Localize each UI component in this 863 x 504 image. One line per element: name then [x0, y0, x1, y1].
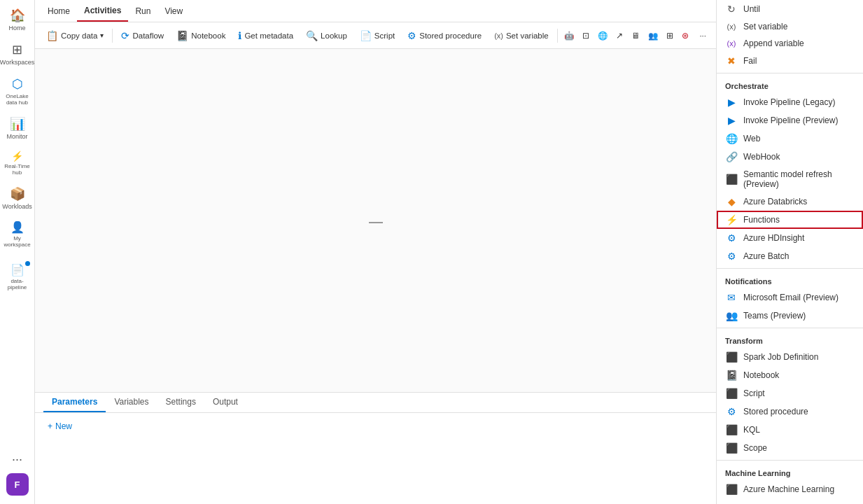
toolbar-icon-1[interactable]: 🤖: [561, 28, 577, 43]
toolbar-icon-2[interactable]: ⊡: [579, 28, 593, 43]
lookup-icon: 🔍: [306, 30, 318, 41]
azure-ml-icon: ⬛: [725, 484, 738, 495]
stored-proc-rp-icon: ⚙: [725, 406, 738, 417]
append-var-icon: (x): [725, 39, 738, 48]
rp-script[interactable]: ⬛ Script: [717, 384, 863, 402]
workspaces-icon: ⊞: [12, 42, 22, 57]
rp-section-notifications: Notifications: [717, 272, 863, 288]
more-icon: ···: [699, 31, 706, 40]
monitor2-icon: 🖥: [631, 31, 640, 40]
rp-kql[interactable]: ⬛ KQL: [717, 421, 863, 439]
get-metadata-icon: ℹ: [238, 30, 241, 41]
rp-azure-batch-label: Azure Batch: [743, 251, 789, 261]
pipeline-canvas[interactable]: [35, 49, 716, 392]
rp-scope-label: Scope: [743, 443, 767, 453]
rp-functions[interactable]: ⚡ Functions: [717, 211, 863, 229]
datapipeline-icon: 📄: [10, 263, 24, 276]
rp-webhook-label: WebHook: [743, 152, 780, 162]
rp-section-orchestrate: Orchestrate: [717, 76, 863, 93]
new-label: New: [55, 421, 72, 431]
stored-procedure-icon: ⚙: [407, 30, 416, 41]
dataflow-icon: ⟳: [121, 30, 129, 41]
toolbar-dataflow[interactable]: ⟳ Dataflow: [115, 27, 169, 44]
toolbar-more-button[interactable]: ···: [695, 29, 710, 43]
toolbar-script[interactable]: 📄 Script: [354, 27, 400, 44]
sidebar-more-button[interactable]: ···: [1, 449, 34, 470]
rp-notebook[interactable]: 📓 Notebook: [717, 366, 863, 384]
azure-batch-icon: ⚙: [725, 251, 738, 262]
sidebar-label-workloads: Workloads: [2, 203, 31, 211]
toolbar-icon-3[interactable]: 🌐: [594, 28, 611, 43]
rp-teams-label: Teams (Preview): [743, 311, 806, 321]
sidebar-label-realtime: Real-Timehub: [4, 163, 30, 176]
sidebar-item-workspaces[interactable]: ⊞ Workspaces: [1, 38, 34, 71]
nav-activities[interactable]: Activities: [77, 0, 128, 22]
web-icon: 🌐: [725, 133, 738, 144]
tab-parameters[interactable]: Parameters: [43, 393, 106, 412]
rp-invoke-pipeline-preview[interactable]: ▶ Invoke Pipeline (Preview): [717, 111, 863, 130]
teams-icon: 👥: [648, 31, 658, 41]
rp-azure-hdinsight-label: Azure HDInsight: [743, 233, 804, 243]
sidebar-item-monitor[interactable]: 📊 Monitor: [1, 112, 34, 145]
rp-azure-batch[interactable]: ⚙ Azure Batch: [717, 247, 863, 265]
toolbar-icon-8[interactable]: ⊛: [678, 28, 692, 43]
sidebar-item-datapipeline[interactable]: 📄 data-pipeline: [1, 259, 34, 295]
divider-line: [369, 222, 383, 223]
bottom-panel: Parameters Variables Settings Output + N…: [35, 392, 716, 504]
copy-data-icon: 📋: [46, 30, 58, 41]
rp-until[interactable]: ↻ Until: [717, 0, 863, 18]
rp-fail[interactable]: ✖ Fail: [717, 52, 863, 70]
tab-variables[interactable]: Variables: [106, 393, 157, 412]
toolbar-sep-1: [112, 29, 113, 43]
sidebar-item-realtime[interactable]: ⚡ Real-Timehub: [1, 146, 34, 181]
rp-azure-databricks[interactable]: ◆ Azure Databricks: [717, 192, 863, 211]
sidebar-item-myworkspace[interactable]: 👤 Myworkspace: [1, 216, 34, 253]
tab-output[interactable]: Output: [204, 393, 246, 412]
rp-append-variable[interactable]: (x) Append variable: [717, 35, 863, 52]
toolbar-notebook[interactable]: 📓 Notebook: [171, 27, 231, 44]
tab-settings[interactable]: Settings: [157, 393, 204, 412]
rp-webhook[interactable]: 🔗 WebHook: [717, 148, 863, 166]
rp-microsoft-email[interactable]: ✉ Microsoft Email (Preview): [717, 288, 863, 307]
rp-microsoft-email-label: Microsoft Email (Preview): [743, 293, 839, 302]
toolbar-get-metadata[interactable]: ℹ Get metadata: [232, 27, 299, 44]
toolbar-icon-5[interactable]: 🖥: [628, 29, 643, 43]
rp-semantic-model[interactable]: ⬛ Semantic model refresh (Preview): [717, 166, 863, 192]
toolbar-copy-data[interactable]: 📋 Copy data ▾: [41, 27, 109, 44]
sidebar-item-onelake[interactable]: ⬡ OneLakedata hub: [1, 72, 34, 111]
nav-home[interactable]: Home: [41, 0, 77, 22]
rp-script-label: Script: [743, 388, 765, 398]
fabric-badge[interactable]: F: [6, 473, 29, 496]
toolbar-icon-7[interactable]: ⊞: [663, 28, 677, 43]
rp-azure-hdinsight[interactable]: ⚙ Azure HDInsight: [717, 229, 863, 247]
rp-invoke-pipeline-legacy[interactable]: ▶ Invoke Pipeline (Legacy): [717, 93, 863, 111]
scope-icon: ⬛: [725, 442, 738, 454]
rp-scope[interactable]: ⬛ Scope: [717, 439, 863, 457]
sidebar-item-home[interactable]: 🏠 Home: [1, 4, 34, 36]
nav-run[interactable]: Run: [128, 0, 157, 22]
rp-fail-label: Fail: [743, 56, 757, 66]
rp-stored-procedure[interactable]: ⚙ Stored procedure: [717, 402, 863, 421]
toolbar-icon-4[interactable]: ↗: [612, 28, 626, 43]
rp-azure-ml[interactable]: ⬛ Azure Machine Learning: [717, 480, 863, 498]
workspace-area: Parameters Variables Settings Output + N…: [35, 49, 716, 504]
hdinsight-icon: ⚙: [725, 232, 738, 244]
webhook-icon: 🔗: [725, 151, 738, 162]
top-navigation: Home Activities Run View: [35, 0, 716, 22]
realtime-icon: ⚡: [11, 150, 23, 162]
rp-set-variable[interactable]: (x) Set variable: [717, 18, 863, 35]
toolbar-icon-6[interactable]: 👥: [645, 28, 661, 43]
nav-view[interactable]: View: [157, 0, 190, 22]
toolbar-set-variable[interactable]: (x) Set variable: [489, 29, 554, 43]
rp-teams[interactable]: 👥 Teams (Preview): [717, 307, 863, 325]
toolbar-stored-procedure[interactable]: ⚙ Stored procedure: [402, 27, 487, 44]
rp-web[interactable]: 🌐 Web: [717, 130, 863, 148]
notebook-label: Notebook: [191, 31, 225, 40]
until-icon: ↻: [725, 4, 738, 15]
sidebar-item-workloads[interactable]: 📦 Workloads: [1, 182, 34, 215]
rp-azure-databricks-label: Azure Databricks: [743, 197, 807, 206]
new-parameter-button[interactable]: + New: [45, 420, 75, 433]
toolbar-lookup[interactable]: 🔍 Lookup: [300, 27, 353, 44]
rp-spark-job[interactable]: ⬛ Spark Job Definition: [717, 348, 863, 366]
plus-icon: +: [48, 421, 52, 431]
